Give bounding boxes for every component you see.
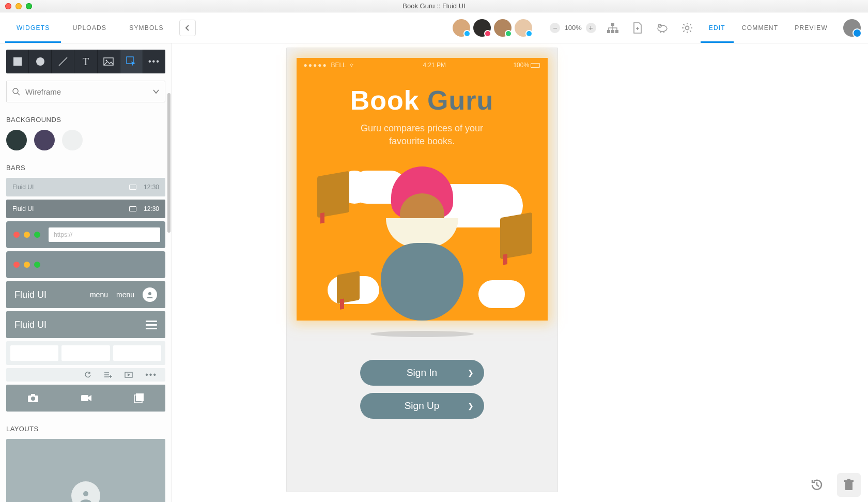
rectangle-tool[interactable] xyxy=(6,50,29,73)
background-swatch[interactable] xyxy=(62,130,83,150)
widget-label: Fluid UI xyxy=(12,184,34,191)
chevron-right-icon: ❯ xyxy=(468,369,474,377)
background-swatch[interactable] xyxy=(6,130,27,150)
scrollbar-thumb[interactable] xyxy=(167,93,171,233)
widget-search[interactable]: Wireframe xyxy=(6,81,165,102)
circle-tool[interactable] xyxy=(29,50,52,73)
widget-label: Fluid UI xyxy=(12,205,34,212)
sitemap-button[interactable] xyxy=(607,22,619,34)
history-button[interactable] xyxy=(805,473,829,497)
app-toolbar: WIDGETS UPLOADS SYMBOLS − 100% + EDIT CO… xyxy=(0,12,868,43)
dot-icon xyxy=(34,262,40,268)
battery-icon xyxy=(129,206,136,211)
section-backgrounds: BACKGROUNDS xyxy=(6,116,165,124)
svg-rect-2 xyxy=(611,30,614,33)
cloud-icon xyxy=(478,280,525,308)
image-icon xyxy=(103,57,114,66)
widget-sidebar: T ••• Wireframe BACKGROUNDS BARS Fluid U… xyxy=(0,43,172,502)
svg-point-4 xyxy=(658,25,667,32)
mode-comment[interactable]: COMMENT xyxy=(734,12,786,43)
page-plus-icon xyxy=(633,22,642,34)
mock-statusbar: ●●●●● BELL ᯤ 4:21 PM 100% xyxy=(297,58,548,72)
svg-point-21 xyxy=(31,397,35,401)
line-tool[interactable] xyxy=(52,50,74,73)
trash-icon xyxy=(844,479,854,491)
background-swatches xyxy=(6,130,165,150)
current-user-avatar[interactable] xyxy=(843,19,861,37)
carrier-label: BELL xyxy=(331,62,346,69)
collaborator-avatars xyxy=(453,19,532,37)
svg-point-10 xyxy=(36,57,44,66)
cursor-frame-icon xyxy=(126,56,136,67)
square-icon xyxy=(13,57,22,66)
widget-statusbar-light[interactable]: Fluid UI 12:30 xyxy=(6,178,165,196)
mode-tabs: EDIT COMMENT PREVIEW xyxy=(701,12,836,43)
dot-icon xyxy=(13,232,20,238)
image-tool[interactable] xyxy=(98,50,120,73)
zoom-in-button[interactable]: + xyxy=(586,23,596,33)
widget-layout-profile[interactable] xyxy=(6,439,165,502)
zoom-level: 100% xyxy=(564,24,581,32)
text-tool[interactable]: T xyxy=(74,50,97,73)
new-page-button[interactable] xyxy=(631,22,644,34)
play-box-icon xyxy=(125,372,133,378)
mode-preview[interactable]: PREVIEW xyxy=(786,12,836,43)
widget-media-bar[interactable] xyxy=(6,385,165,412)
battery-icon xyxy=(129,185,136,190)
select-tool[interactable] xyxy=(120,50,143,73)
avatar[interactable] xyxy=(453,19,470,37)
sidebar-collapse-button[interactable] xyxy=(179,20,196,36)
book-icon xyxy=(500,212,532,260)
section-layouts: LAYOUTS xyxy=(6,425,165,433)
tab-symbols[interactable]: SYMBOLS xyxy=(118,12,175,43)
sitemap-icon xyxy=(607,23,618,33)
widget-segmented[interactable] xyxy=(6,341,165,365)
widget-time: 12:30 xyxy=(144,205,159,212)
title-word-1: Book xyxy=(350,85,420,115)
canvas-floating-tools xyxy=(805,473,861,497)
dot-icon xyxy=(24,262,30,268)
dot-icon xyxy=(34,232,40,238)
widget-navbar[interactable]: Fluid UI menu menu xyxy=(6,281,165,308)
app-tools xyxy=(607,22,693,34)
avatar[interactable] xyxy=(515,19,532,37)
avatar[interactable] xyxy=(494,19,512,37)
svg-rect-26 xyxy=(845,482,853,490)
background-swatch[interactable] xyxy=(34,130,55,150)
signin-button[interactable]: Sign In ❯ xyxy=(360,360,484,386)
video-icon xyxy=(81,394,92,402)
delete-button[interactable] xyxy=(837,473,861,497)
svg-line-11 xyxy=(59,57,67,66)
cta-label: Sign Up xyxy=(405,400,440,412)
svg-rect-1 xyxy=(607,30,610,33)
design-canvas[interactable]: ●●●●● BELL ᯤ 4:21 PM 100% Book Guru Guru… xyxy=(172,43,868,502)
widget-appbar-hamburger[interactable]: Fluid UI xyxy=(6,311,165,338)
svg-rect-22 xyxy=(81,395,88,401)
svg-rect-3 xyxy=(615,30,618,33)
tab-widgets[interactable]: WIDGETS xyxy=(5,12,61,43)
test-button[interactable] xyxy=(656,22,669,34)
line-icon xyxy=(58,56,68,67)
refresh-icon xyxy=(84,371,91,378)
settings-button[interactable] xyxy=(681,22,693,34)
tab-uploads[interactable]: UPLOADS xyxy=(61,12,118,43)
mode-edit[interactable]: EDIT xyxy=(701,12,734,43)
widget-statusbar-dark[interactable]: Fluid UI 12:30 xyxy=(6,200,165,218)
svg-point-15 xyxy=(13,88,18,94)
title-word-2: Guru xyxy=(427,85,493,115)
battery-pct: 100% xyxy=(513,62,529,69)
widget-mac-titlebar[interactable] xyxy=(6,251,165,278)
widget-browser-bar[interactable]: https:// xyxy=(6,221,165,248)
avatar[interactable] xyxy=(473,19,491,37)
hero-panel: ●●●●● BELL ᯤ 4:21 PM 100% Book Guru Guru… xyxy=(297,58,548,321)
zoom-out-button[interactable]: − xyxy=(550,23,560,33)
more-icon: ••• xyxy=(148,57,160,66)
circle-icon xyxy=(36,57,45,66)
nav-brand: Fluid UI xyxy=(14,290,47,300)
search-icon xyxy=(12,87,20,96)
widget-toolbar-small[interactable]: ••• xyxy=(6,368,165,382)
more-tool[interactable]: ••• xyxy=(143,50,165,73)
search-value: Wireframe xyxy=(25,87,61,96)
mobile-frame[interactable]: ●●●●● BELL ᯤ 4:21 PM 100% Book Guru Guru… xyxy=(286,48,558,492)
signup-button[interactable]: Sign Up ❯ xyxy=(360,393,484,419)
